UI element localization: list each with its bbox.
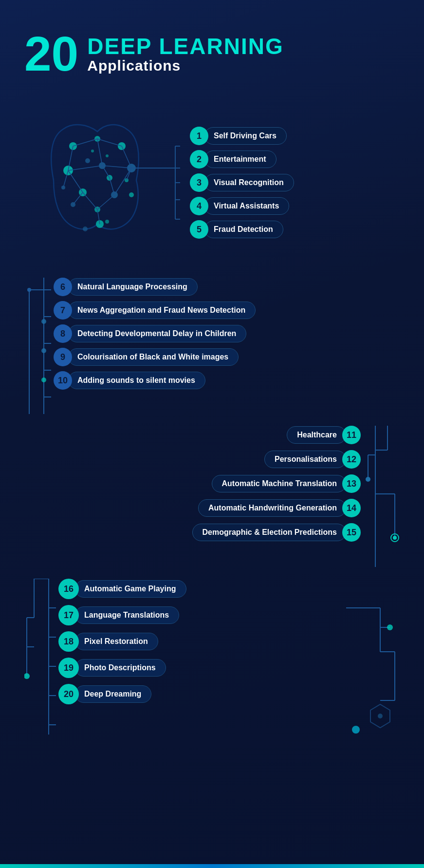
item-label: Pixel Restoration <box>75 633 158 650</box>
list-item: 11 Healthcare <box>287 426 361 444</box>
list-item: 15 Demographic & Election Predictions <box>192 523 361 542</box>
header-number: 20 <box>24 29 78 78</box>
svg-point-47 <box>27 288 31 292</box>
list-item: 3 Visual Recognition <box>190 173 400 192</box>
item-label: Fraud Detection <box>204 221 283 238</box>
svg-line-29 <box>114 168 131 195</box>
item-number: 16 <box>58 579 79 599</box>
items-6-10: 6 Natural Language Processing 7 News Agg… <box>54 278 400 390</box>
item-number: 15 <box>342 523 361 542</box>
list-item: 6 Natural Language Processing <box>54 278 400 296</box>
list-item: 9 Colourisation of Black and White image… <box>54 348 400 366</box>
item-number: 5 <box>190 220 208 239</box>
item-number: 14 <box>342 499 361 517</box>
item-number: 8 <box>54 324 72 343</box>
brain-svg <box>24 97 180 263</box>
svg-point-10 <box>129 192 134 197</box>
svg-line-23 <box>97 139 102 166</box>
svg-point-60 <box>393 536 397 540</box>
item-number: 13 <box>342 474 361 493</box>
item-number: 4 <box>190 197 208 215</box>
item-label: Automatic Game Playing <box>75 580 186 598</box>
item-number: 7 <box>54 301 72 320</box>
circuit-svg-bottom-right <box>341 579 400 735</box>
svg-point-84 <box>387 624 393 630</box>
svg-line-28 <box>102 166 110 178</box>
circuit-decoration-bottom-right <box>341 579 400 736</box>
list-item: 7 News Aggregation and Fraud News Detect… <box>54 301 400 320</box>
item-label: Language Translations <box>75 606 179 624</box>
item-number: 2 <box>190 150 208 169</box>
circuit-decoration-right <box>366 426 400 569</box>
item-number: 12 <box>342 450 361 469</box>
items-16-20: 16 Automatic Game Playing 17 Language Tr… <box>58 579 341 704</box>
list-item: 10 Adding sounds to silent movies <box>54 371 400 390</box>
item-label: Healthcare <box>287 426 346 444</box>
svg-point-48 <box>41 319 46 324</box>
header-subtitle: Applications <box>87 57 283 74</box>
circuit-decoration-bottom-left <box>24 579 58 736</box>
item-label: Visual Recognition <box>204 174 294 191</box>
svg-line-35 <box>110 178 114 195</box>
svg-point-11 <box>85 158 90 163</box>
items-11-15: 11 Healthcare 12 Personalisations 13 Aut… <box>192 426 361 542</box>
top-section: 1 Self Driving Cars 2 Entertainment 3 Vi… <box>24 97 400 263</box>
svg-line-31 <box>97 195 114 209</box>
circuit-svg-bottom-left <box>24 579 58 735</box>
header-title: DEEP LEARNING <box>87 35 283 57</box>
list-item: 18 Pixel Restoration <box>58 631 341 652</box>
svg-point-86 <box>378 714 383 718</box>
svg-point-50 <box>41 377 46 382</box>
item-number: 20 <box>58 684 79 704</box>
svg-line-25 <box>68 166 102 170</box>
svg-point-14 <box>106 154 109 157</box>
svg-point-19 <box>105 220 109 224</box>
item-number: 1 <box>190 127 208 145</box>
svg-line-34 <box>73 192 83 205</box>
circuit-decoration-left <box>24 278 54 416</box>
item-number: 18 <box>58 631 79 652</box>
item-number: 17 <box>58 605 79 625</box>
items-16-20-section: 16 Automatic Game Playing 17 Language Tr… <box>24 579 400 736</box>
svg-point-87 <box>352 726 360 734</box>
circuit-svg-left <box>24 278 54 414</box>
item-label: Entertainment <box>204 151 277 168</box>
header: 20 DEEP LEARNING Applications <box>24 29 400 78</box>
list-item: 20 Deep Dreaming <box>58 684 341 704</box>
item-label: Detecting Developmental Delay in Childre… <box>68 325 246 342</box>
svg-point-63 <box>366 477 370 482</box>
list-item: 8 Detecting Developmental Delay in Child… <box>54 324 400 343</box>
list-item: 2 Entertainment <box>190 150 400 169</box>
svg-point-13 <box>91 150 94 152</box>
item-label: Deep Dreaming <box>75 685 151 703</box>
svg-point-71 <box>24 673 30 679</box>
item-label: Demographic & Election Predictions <box>192 524 347 541</box>
svg-line-27 <box>68 170 83 192</box>
item-label: Photo Descriptions <box>75 659 166 677</box>
header-text: DEEP LEARNING Applications <box>87 35 283 78</box>
list-item: 14 Automatic Handwriting Generation <box>198 499 361 517</box>
item-label: Automatic Handwriting Generation <box>198 499 346 517</box>
brain-area <box>24 97 180 263</box>
circuit-svg-right <box>366 426 400 567</box>
items-11-15-section: 11 Healthcare 12 Personalisations 13 Aut… <box>24 426 400 569</box>
svg-line-30 <box>83 192 97 209</box>
list-item: 13 Automatic Machine Translation <box>212 474 361 493</box>
item-number: 11 <box>342 426 361 444</box>
item-label: Natural Language Processing <box>68 278 198 296</box>
list-item: 17 Language Translations <box>58 605 341 625</box>
list-item: 19 Photo Descriptions <box>58 658 341 678</box>
svg-line-20 <box>73 139 97 146</box>
svg-line-21 <box>97 139 122 146</box>
item-label: Personalisations <box>264 451 346 468</box>
list-item: 5 Fraud Detection <box>190 220 400 239</box>
items-1-5: 1 Self Driving Cars 2 Entertainment 3 Vi… <box>190 122 400 239</box>
svg-point-49 <box>41 348 46 353</box>
svg-line-26 <box>102 166 131 168</box>
svg-line-24 <box>122 146 131 168</box>
svg-point-18 <box>83 226 88 231</box>
items-6-10-section: 6 Natural Language Processing 7 News Agg… <box>24 278 400 416</box>
item-label: Virtual Assistants <box>204 197 289 215</box>
item-label: Adding sounds to silent movies <box>68 372 205 389</box>
item-number: 19 <box>58 658 79 678</box>
